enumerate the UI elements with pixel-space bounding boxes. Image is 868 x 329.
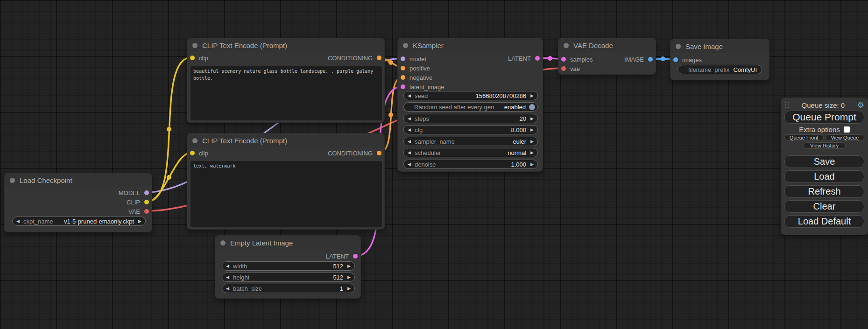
increment-arrow-icon[interactable]: ▶ (530, 117, 534, 121)
drag-handle-icon[interactable] (785, 102, 786, 103)
increment-arrow-icon[interactable]: ▶ (530, 151, 534, 155)
node-titlebar[interactable]: Save Image (670, 39, 769, 53)
node-collapse-dot-icon[interactable] (192, 43, 198, 48)
increment-arrow-icon[interactable]: ▶ (347, 264, 351, 268)
decrement-arrow-icon[interactable]: ◀ (226, 264, 229, 268)
input-dot-latent-image[interactable] (401, 84, 405, 89)
decrement-arrow-icon[interactable]: ◀ (408, 128, 411, 132)
widget-height[interactable]: ◀ height 512 ▶ (222, 273, 355, 282)
input-dot-clip[interactable] (190, 56, 195, 60)
increment-arrow-icon[interactable]: ▶ (347, 287, 351, 291)
decrement-arrow-icon[interactable]: ◀ (408, 162, 411, 167)
link-midpoint-dot (548, 56, 552, 61)
node-collapse-dot-icon[interactable] (564, 43, 569, 48)
output-dot-conditioning[interactable] (377, 56, 381, 60)
input-label: clip (199, 55, 208, 62)
widget-label: steps (415, 115, 429, 122)
widget-value: euler (513, 138, 526, 145)
input-dot-clip[interactable] (190, 151, 195, 155)
increment-arrow-icon[interactable]: ▶ (347, 275, 351, 280)
refresh-button[interactable]: Refresh (784, 185, 864, 198)
node-titlebar[interactable]: CLIP Text Encode (Prompt) (187, 133, 384, 147)
widget-seed[interactable]: ◀ seed 156680208700286 ▶ (403, 91, 538, 100)
prompt-text-area[interactable]: beautiful scenery nature glass bottle la… (191, 66, 382, 120)
widget-value: 156680208700286 (476, 92, 526, 99)
input-dot-images[interactable] (673, 57, 678, 62)
node-titlebar[interactable]: CLIP Text Encode (Prompt) (187, 38, 384, 52)
input-slot-model: model (401, 54, 426, 63)
view-queue-button[interactable]: View Queue (826, 134, 865, 141)
input-dot-positive[interactable] (401, 66, 405, 70)
prompt-text-area[interactable]: text, watermark (191, 161, 382, 227)
output-label: VAE (128, 208, 140, 215)
node-titlebar[interactable]: VAE Decode (558, 38, 656, 52)
widget-scheduler[interactable]: ◀ scheduler normal ▶ (403, 148, 538, 157)
node-titlebar[interactable]: KSampler (398, 38, 543, 52)
node-collapse-dot-icon[interactable] (403, 43, 408, 48)
widget-steps[interactable]: ◀ steps 20 ▶ (403, 114, 538, 123)
widget-label: denoise (415, 161, 436, 168)
decrement-arrow-icon[interactable]: ◀ (226, 287, 229, 291)
extra-options-checkbox[interactable] (844, 126, 850, 133)
node-collapse-dot-icon[interactable] (676, 44, 681, 49)
output-dot-clip[interactable] (144, 200, 149, 204)
input-dot-samples[interactable] (561, 57, 566, 62)
widget-batch-size[interactable]: ◀ batch_size 1 ▶ (222, 284, 355, 293)
increment-arrow-icon[interactable]: ▶ (530, 128, 534, 132)
node-empty-latent-image[interactable]: Empty Latent Image LATENT ◀ width 512 ▶ … (215, 235, 361, 299)
node-collapse-dot-icon[interactable] (220, 240, 226, 245)
widget-random-seed-toggle[interactable]: Random seed after every gen enabled (403, 102, 538, 112)
node-clip-text-encode-positive[interactable]: CLIP Text Encode (Prompt) clip CONDITION… (187, 38, 385, 123)
load-default-button[interactable]: Load Default (784, 215, 864, 228)
settings-gear-icon[interactable]: ⚙ (857, 101, 864, 109)
widget-width[interactable]: ◀ width 512 ▶ (222, 261, 355, 271)
decrement-arrow-icon[interactable]: ◀ (408, 151, 411, 155)
load-button[interactable]: Load (784, 170, 864, 183)
node-collapse-dot-icon[interactable] (10, 178, 15, 183)
node-graph-canvas[interactable]: Load Checkpoint MODEL CLIP VAE ◀ ckpt_na… (0, 0, 868, 329)
node-load-checkpoint[interactable]: Load Checkpoint MODEL CLIP VAE ◀ ckpt_na… (4, 173, 152, 232)
widget-ckpt-name[interactable]: ◀ ckpt_name v1-5-pruned-emaonly.ckpt ▶ (12, 217, 146, 226)
decrement-arrow-icon[interactable]: ◀ (408, 94, 411, 98)
increment-arrow-icon[interactable]: ▶ (530, 94, 534, 98)
widget-label: Random seed after every gen (414, 104, 494, 111)
node-collapse-dot-icon[interactable] (192, 138, 198, 143)
node-titlebar[interactable]: Empty Latent Image (215, 236, 360, 250)
queue-prompt-button[interactable]: Queue Prompt (784, 111, 864, 124)
widget-sampler-name[interactable]: ◀ sampler_name euler ▶ (403, 137, 538, 146)
node-title: Save Image (685, 42, 723, 50)
output-dot-conditioning[interactable] (377, 151, 381, 155)
save-button[interactable]: Save (784, 155, 864, 168)
decrement-arrow-icon[interactable]: ◀ (408, 140, 411, 144)
decrement-arrow-icon[interactable]: ◀ (226, 275, 229, 280)
output-label: LATENT (508, 55, 531, 62)
input-dot-vae[interactable] (561, 66, 566, 71)
widget-cfg[interactable]: ◀ cfg 8.000 ▶ (403, 125, 538, 134)
output-slot-clip: CLIP (127, 197, 149, 207)
output-label: CONDITIONING (328, 55, 373, 62)
node-titlebar[interactable]: Load Checkpoint (5, 173, 152, 187)
widget-filename-prefix[interactable]: filename_prefix ComfyUI (677, 65, 762, 74)
output-dot-latent[interactable] (353, 254, 358, 259)
output-dot-latent[interactable] (535, 56, 540, 61)
decrement-arrow-icon[interactable]: ◀ (16, 219, 20, 224)
increment-arrow-icon[interactable]: ▶ (138, 219, 141, 224)
widget-denoise[interactable]: ◀ denoise 1.000 ▶ (403, 160, 538, 169)
toggle-icon[interactable] (529, 104, 535, 110)
increment-arrow-icon[interactable]: ▶ (530, 140, 534, 144)
node-save-image[interactable]: Save Image images filename_prefix ComfyU… (670, 39, 769, 80)
queue-front-button[interactable]: Queue Front (784, 134, 824, 141)
node-clip-text-encode-negative[interactable]: CLIP Text Encode (Prompt) clip CONDITION… (187, 133, 385, 230)
view-history-button[interactable]: View History (804, 142, 846, 149)
decrement-arrow-icon[interactable]: ◀ (408, 117, 411, 121)
input-dot-negative[interactable] (401, 75, 405, 80)
input-slot-vae: vae (561, 64, 580, 73)
output-dot-vae[interactable] (144, 209, 149, 214)
node-ksampler[interactable]: KSampler model positive negative latent_… (397, 38, 543, 172)
output-dot-model[interactable] (144, 190, 149, 195)
input-dot-model[interactable] (401, 56, 405, 61)
node-vae-decode[interactable]: VAE Decode samples vae IMAGE (558, 38, 656, 75)
clear-button[interactable]: Clear (784, 200, 864, 213)
increment-arrow-icon[interactable]: ▶ (530, 162, 534, 167)
output-dot-image[interactable] (648, 57, 653, 62)
